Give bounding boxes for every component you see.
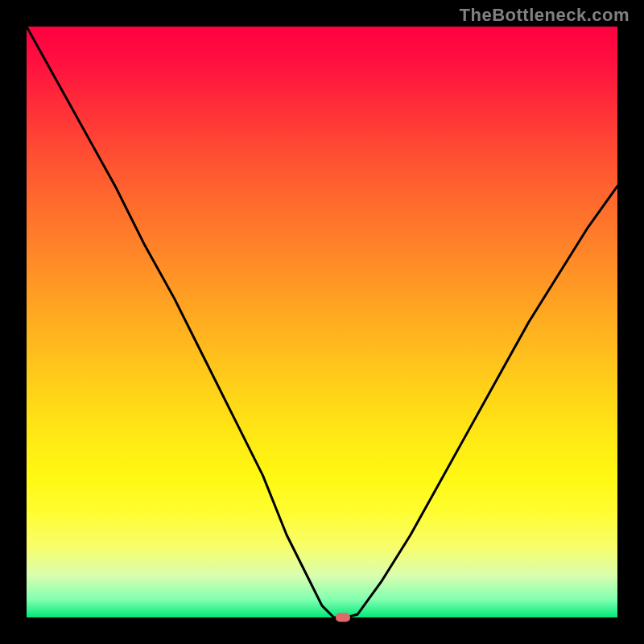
plot-area bbox=[27, 27, 617, 617]
watermark-text: TheBottleneck.com bbox=[460, 5, 630, 26]
optimal-point-marker bbox=[336, 613, 350, 622]
bottleneck-curve bbox=[27, 27, 617, 617]
